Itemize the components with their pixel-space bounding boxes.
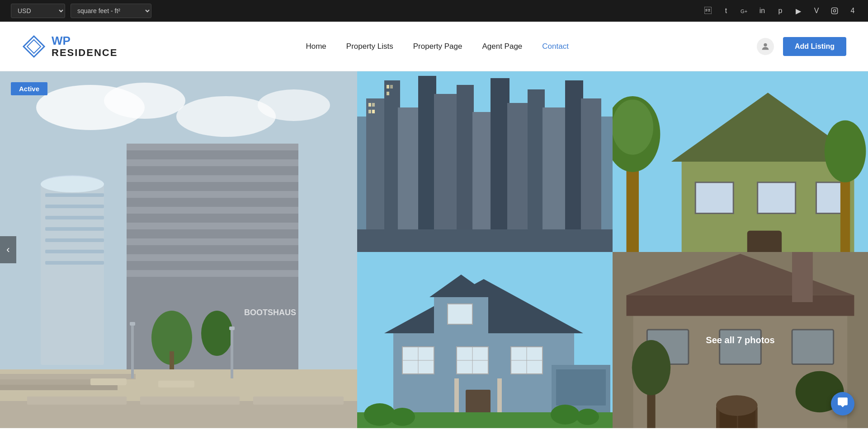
svg-point-111 (390, 408, 415, 426)
house-exterior-image[interactable] (613, 71, 868, 252)
user-account-icon[interactable] (757, 38, 774, 55)
hero-image-grid: BOOTSHAUS Active ‹ (0, 71, 868, 428)
svg-rect-80 (758, 182, 796, 214)
svg-rect-59 (491, 78, 509, 252)
svg-rect-19 (45, 238, 104, 242)
svg-rect-65 (368, 103, 371, 107)
svg-rect-57 (457, 85, 474, 252)
svg-rect-40 (90, 378, 127, 385)
svg-rect-47 (27, 396, 127, 405)
svg-point-3 (836, 9, 836, 9)
svg-rect-23 (127, 144, 298, 150)
svg-rect-49 (253, 396, 344, 405)
svg-rect-64 (581, 98, 601, 252)
svg-rect-28 (127, 223, 298, 229)
svg-rect-108 (556, 369, 606, 406)
linkedin-icon[interactable]: in (758, 6, 767, 15)
youtube-icon[interactable]: ▶ (794, 6, 803, 15)
mediterranean-house-image[interactable]: See all 7 photos (613, 252, 868, 428)
top-bar: USD EUR GBP square feet - ft² square met… (0, 0, 868, 22)
svg-rect-16 (45, 205, 104, 208)
svg-rect-1 (831, 8, 837, 14)
svg-rect-66 (372, 103, 375, 107)
svg-point-76 (613, 100, 653, 155)
add-listing-button[interactable]: Add Listing (783, 37, 846, 56)
svg-rect-45 (229, 326, 235, 330)
social-icons-bar:  t G+ in p ▶ V 4 (703, 6, 857, 15)
svg-point-87 (825, 120, 866, 182)
svg-rect-56 (434, 94, 459, 252)
svg-rect-61 (528, 89, 545, 252)
pinterest-icon[interactable]: p (776, 6, 785, 15)
see-all-photos-label[interactable]: See all 7 photos (706, 335, 774, 345)
svg-rect-26 (127, 191, 298, 198)
svg-rect-48 (140, 396, 240, 405)
svg-point-11 (258, 89, 330, 121)
facebook-icon[interactable]:  (703, 6, 712, 15)
svg-rect-21 (45, 261, 104, 265)
svg-rect-35 (170, 351, 174, 369)
svg-rect-18 (45, 227, 104, 231)
carousel-prev-button[interactable]: ‹ (0, 236, 16, 263)
svg-rect-70 (390, 85, 393, 89)
svg-rect-53 (384, 80, 400, 252)
instagram-icon[interactable] (830, 6, 839, 15)
svg-rect-46 (0, 401, 357, 428)
svg-rect-29 (127, 238, 298, 245)
svg-rect-71 (387, 92, 389, 95)
hero-main-image[interactable]: BOOTSHAUS Active ‹ (0, 71, 357, 428)
twitter-icon[interactable]: t (722, 6, 731, 15)
svg-rect-55 (418, 76, 436, 252)
chat-bubble-button[interactable] (831, 392, 854, 415)
svg-rect-24 (127, 159, 298, 166)
svg-rect-27 (127, 207, 298, 214)
svg-rect-13 (41, 184, 104, 365)
see-all-overlay[interactable]: See all 7 photos (613, 252, 868, 428)
nav-agent-page[interactable]: Agent Page (482, 40, 522, 53)
main-building-illustration: BOOTSHAUS (0, 71, 357, 428)
blue-house-image[interactable] (357, 252, 613, 428)
nav-home[interactable]: Home (306, 40, 326, 53)
svg-point-2 (833, 9, 835, 12)
svg-rect-44 (231, 329, 233, 378)
active-badge: Active (11, 82, 47, 95)
top-bar-controls: USD EUR GBP square feet - ft² square met… (11, 4, 151, 18)
header-right: Add Listing (757, 37, 846, 56)
svg-point-9 (104, 83, 185, 119)
vimeo-icon[interactable]: V (812, 6, 821, 15)
nav-contact[interactable]: Contact (542, 40, 569, 53)
svg-rect-20 (45, 250, 104, 253)
svg-rect-41 (158, 381, 194, 387)
svg-text:G+: G+ (741, 9, 747, 14)
google-plus-icon[interactable]: G+ (740, 6, 749, 15)
nav-property-lists[interactable]: Property Lists (346, 40, 393, 53)
svg-point-6 (764, 43, 767, 46)
svg-rect-25 (127, 175, 298, 182)
nav-property-page[interactable]: Property Page (413, 40, 462, 53)
unit-select[interactable]: square feet - ft² square meters - m² (71, 4, 151, 18)
header: WP RESIDENCE Home Property Lists Propert… (0, 22, 868, 71)
chat-icon (837, 396, 849, 411)
logo-residence: RESIDENCE (52, 47, 118, 58)
svg-rect-67 (368, 110, 371, 113)
currency-select[interactable]: USD EUR GBP (11, 4, 65, 18)
svg-rect-63 (565, 80, 583, 252)
foursquare-icon[interactable]: 4 (848, 6, 857, 15)
svg-rect-39 (0, 385, 118, 390)
logo-wp: WP (52, 34, 118, 47)
svg-point-14 (41, 176, 104, 192)
svg-rect-82 (747, 231, 782, 252)
svg-rect-43 (130, 322, 135, 326)
logo[interactable]: WP RESIDENCE (22, 34, 118, 59)
svg-rect-17 (45, 216, 104, 219)
svg-rect-103 (448, 304, 472, 324)
svg-rect-79 (695, 182, 733, 214)
svg-rect-15 (45, 193, 104, 197)
city-skyline-image[interactable] (357, 71, 613, 252)
svg-point-112 (551, 405, 580, 424)
svg-text:BOOTSHAUS: BOOTSHAUS (244, 308, 296, 317)
logo-text: WP RESIDENCE (52, 34, 118, 58)
svg-rect-42 (131, 324, 134, 378)
svg-rect-31 (127, 270, 298, 277)
logo-diamond-icon (22, 34, 46, 59)
